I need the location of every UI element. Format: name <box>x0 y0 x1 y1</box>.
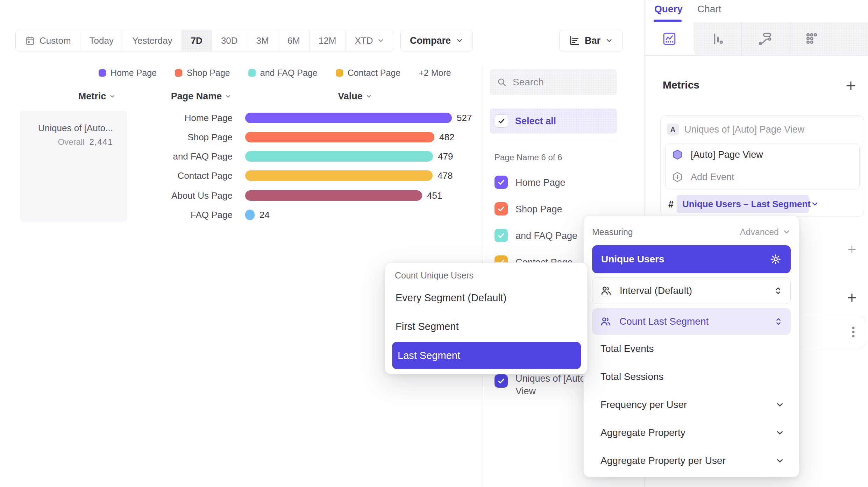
menu-item-last-segment-selected[interactable]: Last Segment <box>392 342 581 369</box>
filter-item-label: Home Page <box>515 176 620 189</box>
tab-query[interactable]: Query <box>654 3 683 15</box>
legend-item[interactable]: Contact Page <box>336 68 401 78</box>
bar-shop-page[interactable] <box>245 132 434 142</box>
tab-insights[interactable] <box>645 22 693 55</box>
menu-item-unique-users-selected[interactable]: Unique Users <box>592 245 791 273</box>
legend-label: Shop Page <box>187 68 230 78</box>
row-category-label: Home Page <box>21 113 233 123</box>
range-7d-button[interactable]: 7D <box>182 30 212 51</box>
event-row[interactable]: [Auto] Page View <box>672 149 763 160</box>
row-value: 482 <box>439 132 454 143</box>
add-event-row[interactable]: Add Event <box>672 171 734 183</box>
search-box[interactable] <box>490 69 617 95</box>
bar-about-us-page[interactable] <box>245 190 422 201</box>
menu-item-first-segment[interactable]: First Segment <box>396 319 459 334</box>
menu-item-aggregate-property[interactable]: Aggregate Property <box>592 419 791 447</box>
advanced-toggle[interactable]: Advanced <box>740 227 791 237</box>
add-event-hexagon-icon <box>672 171 683 183</box>
bar-contact-page[interactable] <box>245 170 433 181</box>
range-label: 7D <box>191 35 202 46</box>
column-header-metric[interactable]: Metric <box>78 91 116 102</box>
chevron-down-icon <box>377 37 385 44</box>
tab-retention[interactable] <box>789 22 868 55</box>
filter-item-shop-page[interactable]: Shop Page <box>495 202 620 216</box>
range-12m-button[interactable]: 12M <box>310 30 346 51</box>
interval-option-row[interactable]: Interval (Default) <box>592 277 791 304</box>
measurement-hash-symbol: # <box>668 199 674 210</box>
menu-item-label: Frequency per User <box>600 399 687 410</box>
measurement-pill-label: Unique Users – Last Segment <box>682 199 811 210</box>
range-today-button[interactable]: Today <box>80 30 123 51</box>
checkbox-checked[interactable] <box>495 374 508 388</box>
metric-card: A Uniques of [Auto] Page View [Auto] Pag… <box>660 115 864 217</box>
menu-item-aggregate-property-per-user[interactable]: Aggregate Property per User <box>592 447 791 475</box>
count-last-segment-row[interactable]: Count Last Segment <box>592 308 791 335</box>
table-row: FAQ Page 24 <box>21 205 486 225</box>
bar-home-page[interactable] <box>245 113 452 123</box>
add-metric-button[interactable] <box>844 79 858 92</box>
table-row: and FAQ Page 479 <box>21 147 486 166</box>
metrics-heading: Metrics <box>663 79 699 91</box>
chevron-down-icon <box>225 93 231 100</box>
header-label: Page Name <box>171 91 222 102</box>
legend-more[interactable]: +2 More <box>419 68 451 78</box>
menu-item-total-sessions[interactable]: Total Sessions <box>592 363 791 391</box>
row-value: 451 <box>427 190 442 201</box>
count-unique-users-popover: Count Unique Users Every Segment (Defaul… <box>385 262 588 374</box>
compare-button[interactable]: Compare <box>400 30 473 51</box>
row-value: 479 <box>438 151 453 162</box>
row-category-label: FAQ Page <box>21 210 233 220</box>
people-icon <box>600 316 612 327</box>
checkbox-checked[interactable] <box>495 176 508 189</box>
chevron-down-icon <box>775 400 784 409</box>
chevron-down-icon <box>109 93 115 100</box>
event-card: [Auto] Page View Add Event <box>665 143 860 189</box>
select-all-row[interactable]: Select all <box>490 108 617 134</box>
menu-item-every-segment[interactable]: Every Segment (Default) <box>396 290 507 305</box>
table-row: Contact Page 478 <box>21 166 486 185</box>
chevron-down-icon <box>456 37 463 44</box>
bar-and-faq-page[interactable] <box>245 151 433 162</box>
filter-item-home-page[interactable]: Home Page <box>495 176 620 189</box>
range-3m-button[interactable]: 3M <box>247 30 278 51</box>
table-row: Home Page 527 <box>21 108 486 128</box>
legend-label: and FAQ Page <box>260 68 318 78</box>
column-header-page-name[interactable]: Page Name <box>171 91 232 102</box>
bar-faq-page[interactable] <box>245 210 255 220</box>
measurement-pill[interactable]: Unique Users – Last Segment <box>677 195 809 213</box>
chart-type-select[interactable]: Bar <box>559 30 622 51</box>
add-breakdown-button[interactable] <box>846 291 858 304</box>
search-input[interactable] <box>513 77 600 88</box>
menu-item-frequency-per-user[interactable]: Frequency per User <box>592 391 791 419</box>
tab-chart[interactable]: Chart <box>697 3 721 15</box>
range-xtd-button[interactable]: XTD <box>346 30 394 51</box>
select-all-checkbox[interactable] <box>495 114 508 128</box>
row-category-label: and FAQ Page <box>21 151 233 162</box>
event-name: [Auto] Page View <box>691 149 763 160</box>
kebab-menu-icon[interactable] <box>849 325 858 339</box>
legend-item[interactable]: and FAQ Page <box>248 68 318 78</box>
range-30d-button[interactable]: 30D <box>212 30 247 51</box>
legend-swatch <box>99 69 106 77</box>
tab-flows[interactable] <box>741 22 789 55</box>
gear-icon[interactable] <box>770 253 782 265</box>
menu-item-total-events[interactable]: Total Events <box>592 335 791 363</box>
metric-letter-badge[interactable]: A <box>667 123 679 135</box>
legend-item[interactable]: Shop Page <box>175 68 230 78</box>
tab-bar-view[interactable] <box>693 22 741 55</box>
select-all-label: Select all <box>515 116 556 127</box>
checkbox-checked[interactable] <box>495 229 508 242</box>
range-custom-button[interactable]: Custom <box>16 30 80 51</box>
legend-swatch <box>336 69 343 77</box>
chevron-down-icon <box>811 200 819 208</box>
table-row: About Us Page 451 <box>21 186 486 205</box>
legend-item[interactable]: Home Page <box>99 68 157 78</box>
column-header-value[interactable]: Value <box>338 91 372 102</box>
range-yesterday-button[interactable]: Yesterday <box>123 30 182 51</box>
chevron-down-icon <box>775 428 784 437</box>
chart-legend: Home Page Shop Page and FAQ Page Contact… <box>99 68 451 78</box>
checkbox-checked[interactable] <box>495 202 508 216</box>
add-filter-button[interactable] <box>846 244 858 255</box>
chevron-down-icon <box>365 93 372 100</box>
range-6m-button[interactable]: 6M <box>278 30 310 51</box>
